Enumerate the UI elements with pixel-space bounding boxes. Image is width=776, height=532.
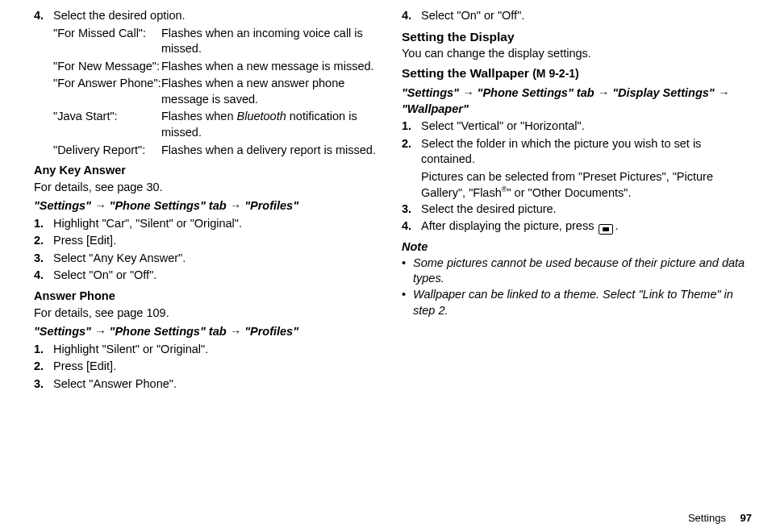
step-number: 3. bbox=[34, 376, 53, 393]
step: 2.Select the folder in which the picture… bbox=[402, 136, 752, 168]
note-text: Some pictures cannot be used because of … bbox=[413, 256, 752, 287]
heading-setting-display: Setting the Display bbox=[402, 29, 752, 46]
wallpaper-title: Setting the Wallpaper bbox=[402, 66, 529, 80]
footer-page-number: 97 bbox=[741, 512, 752, 524]
step-text: Select "On" or "Off". bbox=[53, 268, 384, 284]
page-footer: Settings 97 bbox=[688, 511, 752, 526]
subnote-post: " or "Other Documents". bbox=[507, 186, 631, 199]
any-key-sub: For details, see page 30. bbox=[34, 180, 384, 196]
option-desc: Flashes when a new answer phone message … bbox=[161, 76, 384, 107]
option-label: "For Answer Phone": bbox=[53, 76, 161, 107]
step-number: 4. bbox=[402, 218, 421, 235]
note-bullet: • Some pictures cannot be used because o… bbox=[402, 256, 752, 287]
page-content: 4. Select the desired option. "For Misse… bbox=[0, 0, 776, 401]
nav-path-profiles: "Settings" → "Phone Settings" tab → "Pro… bbox=[34, 198, 384, 214]
desc-em: Bluetooth bbox=[237, 110, 286, 123]
note-heading: Note bbox=[402, 239, 752, 256]
step-number: 4. bbox=[34, 268, 53, 284]
footer-section: Settings bbox=[688, 512, 726, 524]
option-desc: Flashes when a new message is missed. bbox=[161, 59, 384, 75]
step-number: 1. bbox=[34, 216, 53, 232]
answer-phone-sub: For details, see page 109. bbox=[34, 305, 384, 322]
heading-setting-wallpaper: Setting the Wallpaper (M 9-2-1) bbox=[402, 65, 752, 82]
step-text: Highlight "Silent" or "Original". bbox=[53, 342, 384, 358]
menu-code: (M 9-2-1) bbox=[532, 67, 579, 80]
option-desc: Flashes when a delivery report is missed… bbox=[161, 143, 384, 159]
note-bullet: • Wallpaper can be linked to a theme. Se… bbox=[402, 287, 752, 318]
step-text: Select "Answer Phone". bbox=[53, 376, 384, 393]
step-number: 4. bbox=[402, 8, 421, 24]
step: 1.Select "Vertical" or "Horizontal". bbox=[402, 118, 752, 135]
step: 2.Press [Edit]. bbox=[34, 359, 384, 375]
step: 4. After displaying the picture, press . bbox=[402, 218, 752, 235]
option-desc: Flashes when Bluetooth notification is m… bbox=[161, 109, 384, 140]
step-text: Select "On" or "Off". bbox=[421, 8, 752, 24]
step-text: Highlight "Car", "Silent" or "Original". bbox=[53, 216, 384, 232]
step: 3.Select "Answer Phone". bbox=[34, 376, 384, 393]
desc-pre: Flashes when bbox=[161, 110, 237, 123]
option-row: "Java Start": Flashes when Bluetooth not… bbox=[53, 109, 384, 140]
display-sub: You can change the display settings. bbox=[402, 46, 752, 62]
step-text: After displaying the picture, press . bbox=[421, 218, 752, 235]
step-number: 2. bbox=[402, 136, 421, 168]
step: 4.Select "On" or "Off". bbox=[34, 268, 384, 284]
step-text: Select the folder in which the picture y… bbox=[421, 136, 752, 168]
step4b-post: . bbox=[615, 219, 618, 232]
center-key-icon bbox=[599, 224, 613, 235]
bullet-mark: • bbox=[402, 256, 413, 287]
step-number: 1. bbox=[34, 342, 53, 358]
option-label: "For Missed Call": bbox=[53, 26, 161, 57]
option-label: "Delivery Report": bbox=[53, 143, 161, 159]
bullet-mark: • bbox=[402, 287, 413, 318]
nav-path-profiles: "Settings" → "Phone Settings" tab → "Pro… bbox=[34, 324, 384, 340]
step: 1.Highlight "Car", "Silent" or "Original… bbox=[34, 216, 384, 232]
nav-path-wallpaper: "Settings" → "Phone Settings" tab → "Dis… bbox=[402, 85, 752, 117]
step-4: 4. Select "On" or "Off". bbox=[402, 8, 752, 24]
step-number: 2. bbox=[34, 359, 53, 375]
option-row: "For Missed Call": Flashes when an incom… bbox=[53, 26, 384, 57]
option-row: "Delivery Report": Flashes when a delive… bbox=[53, 143, 384, 159]
heading-any-key: Any Key Answer bbox=[34, 163, 384, 179]
step: 3.Select "Any Key Answer". bbox=[34, 251, 384, 267]
step-number: 2. bbox=[34, 233, 53, 249]
option-label: "Java Start": bbox=[53, 109, 161, 140]
option-desc: Flashes when an incoming voice call is m… bbox=[161, 26, 384, 57]
wallpaper-subnote: Pictures can be selected from "Preset Pi… bbox=[421, 169, 752, 202]
right-column: 4. Select "On" or "Off". Setting the Dis… bbox=[402, 8, 752, 393]
option-label: "For New Message": bbox=[53, 59, 161, 75]
step: 1.Highlight "Silent" or "Original". bbox=[34, 342, 384, 358]
step: 3.Select the desired picture. bbox=[402, 202, 752, 218]
step-text: Select "Any Key Answer". bbox=[53, 251, 384, 267]
step-number: 4. bbox=[34, 8, 53, 24]
step: 2.Press [Edit]. bbox=[34, 233, 384, 249]
heading-answer-phone: Answer Phone bbox=[34, 289, 384, 305]
note-text: Wallpaper can be linked to a theme. Sele… bbox=[413, 287, 752, 318]
option-row: "For Answer Phone": Flashes when a new a… bbox=[53, 76, 384, 107]
step-text: Select the desired option. bbox=[53, 8, 384, 24]
step4b-pre: After displaying the picture, press bbox=[421, 219, 597, 232]
step-text: Press [Edit]. bbox=[53, 359, 384, 375]
step-text: Press [Edit]. bbox=[53, 233, 384, 249]
step-text: Select "Vertical" or "Horizontal". bbox=[421, 118, 752, 135]
step-number: 3. bbox=[34, 251, 53, 267]
step-number: 1. bbox=[402, 118, 421, 135]
step-4: 4. Select the desired option. bbox=[34, 8, 384, 24]
option-row: "For New Message": Flashes when a new me… bbox=[53, 59, 384, 75]
left-column: 4. Select the desired option. "For Misse… bbox=[34, 8, 384, 393]
step-text: Select the desired picture. bbox=[421, 202, 752, 218]
step-number: 3. bbox=[402, 202, 421, 218]
